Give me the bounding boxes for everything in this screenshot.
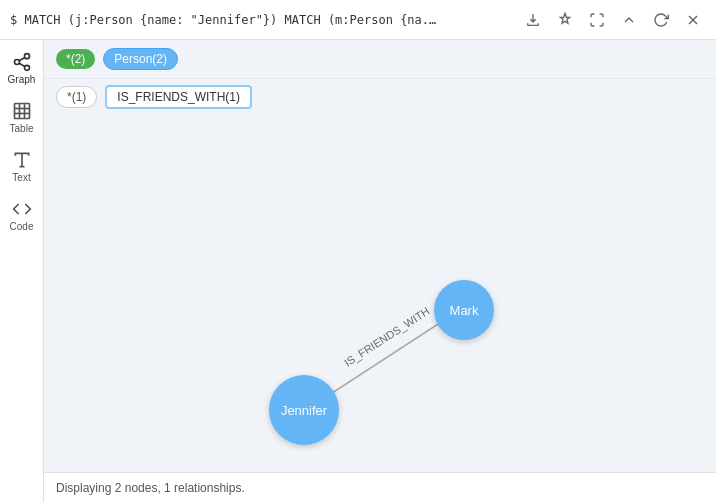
sidebar-code-label: Code bbox=[10, 221, 34, 232]
person-badge[interactable]: Person(2) bbox=[103, 48, 178, 70]
svg-line-6 bbox=[19, 57, 25, 60]
top-bar: $ MATCH (j:Person {name: "Jennifer"}) MA… bbox=[0, 0, 716, 40]
code-icon bbox=[12, 199, 32, 219]
graph-canvas: IS_FRIENDS_WITH Mark Jennifer bbox=[44, 115, 716, 472]
sidebar-item-code[interactable]: Code bbox=[0, 191, 43, 240]
status-text: Displaying 2 nodes, 1 relationships. bbox=[56, 481, 245, 495]
top-icons bbox=[520, 7, 706, 33]
sidebar-item-graph[interactable]: Graph bbox=[0, 44, 43, 93]
svg-line-5 bbox=[19, 63, 25, 66]
node-jennifer[interactable]: Jennifer bbox=[269, 375, 339, 445]
graph-icon bbox=[12, 52, 32, 72]
svg-point-4 bbox=[24, 65, 29, 70]
filter-bar-row1: *(2) Person(2) bbox=[44, 40, 716, 79]
sidebar-table-label: Table bbox=[10, 123, 34, 134]
text-icon bbox=[12, 150, 32, 170]
query-text: $ MATCH (j:Person {name: "Jennifer"}) MA… bbox=[10, 13, 440, 27]
chevron-up-button[interactable] bbox=[616, 7, 642, 33]
sidebar-item-text[interactable]: Text bbox=[0, 142, 43, 191]
pin-button[interactable] bbox=[552, 7, 578, 33]
all-rels-badge[interactable]: *(1) bbox=[56, 86, 97, 108]
relationship-label: IS_FRIENDS_WITH bbox=[342, 305, 432, 369]
sidebar-item-table[interactable]: Table bbox=[0, 93, 43, 142]
svg-point-3 bbox=[14, 60, 19, 65]
svg-point-2 bbox=[24, 54, 29, 59]
graph-svg: IS_FRIENDS_WITH bbox=[44, 115, 716, 472]
status-bar: Displaying 2 nodes, 1 relationships. bbox=[44, 472, 716, 502]
filter-bar-row2: *(1) IS_FRIENDS_WITH(1) bbox=[44, 79, 716, 115]
main-area: Graph Table Text Code *(2) bbox=[0, 40, 716, 502]
is-friends-with-badge[interactable]: IS_FRIENDS_WITH(1) bbox=[105, 85, 252, 109]
sidebar: Graph Table Text Code bbox=[0, 40, 44, 502]
refresh-button[interactable] bbox=[648, 7, 674, 33]
table-icon bbox=[12, 101, 32, 121]
relationship-line bbox=[326, 315, 452, 397]
download-button[interactable] bbox=[520, 7, 546, 33]
svg-rect-7 bbox=[14, 104, 29, 119]
expand-button[interactable] bbox=[584, 7, 610, 33]
sidebar-graph-label: Graph bbox=[8, 74, 36, 85]
content-area: *(2) Person(2) *(1) IS_FRIENDS_WITH(1) I… bbox=[44, 40, 716, 502]
node-mark[interactable]: Mark bbox=[434, 280, 494, 340]
close-button[interactable] bbox=[680, 7, 706, 33]
all-nodes-badge[interactable]: *(2) bbox=[56, 49, 95, 69]
sidebar-text-label: Text bbox=[12, 172, 30, 183]
